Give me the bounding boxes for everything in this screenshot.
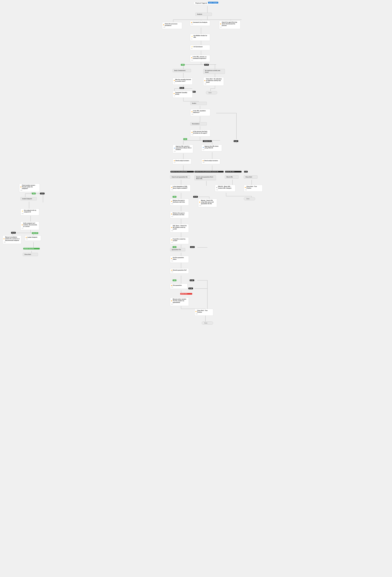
close-alert-1-label: Close Alert (245, 176, 252, 178)
close-alert-tp-2-id: #28 (196, 313, 197, 315)
else-badge-file-quarantine: ELSE (188, 288, 193, 289)
manual-action-needed-id: #27 (171, 303, 173, 305)
file-quarantine-node: ▶ File quarantine #29 (170, 284, 188, 289)
terminate-causality-title: Terminate Causality (CGO): (175, 92, 192, 95)
should-quarantine-node: ◆ Should quarantine file? #26 (170, 268, 189, 274)
is-url-malicious-node: ◆ Is the URL reputation malicious? #42 (190, 109, 210, 116)
else-badge-xql: ELSE (193, 196, 198, 198)
get-endpoint-id: #46 (22, 213, 24, 215)
done-3-node: Done (202, 322, 213, 325)
isolate-endpoint-2-title: Isolate Endpoint (28, 236, 37, 238)
isolate-endpoint-2-id: #51 (26, 238, 28, 240)
retrieve-end-id: #42 (171, 216, 173, 217)
get-file-quarantine-title: Get file quarantine status (173, 257, 188, 260)
yes-badge-quarantine: YES (173, 280, 176, 281)
approve-xql-node: ☁ Approve XQL search & quarantine & Bloc… (173, 144, 193, 153)
is-url-suspicious-id: #11 (191, 60, 193, 61)
is-process-terminated-title: Is the process has been terminate by the… (193, 131, 209, 134)
isolate-endpoint-section: Isolate Endpoint (21, 197, 37, 200)
check-analyst-isolate-icon: ◆ (20, 186, 21, 188)
manual-remediation-title: Manual remediation actions for a server … (5, 236, 20, 241)
found-file-node: ◆ Found file created by cerUtil? #21 (170, 237, 189, 244)
workflow-canvas: Playbook Triggered Inputs / Outputs Anal… (0, 0, 392, 577)
search-quarantine-file-label: Search and quarantine file (172, 176, 188, 178)
done-2-label: Done (246, 198, 250, 200)
done-3-label: Done (204, 322, 207, 324)
url-enrichment-id: #4 (191, 48, 193, 49)
get-endpoint-info-node: ⚡ Get endpoint info by endpoint ID #46 (21, 209, 39, 216)
is-url-malicious-id: #42 (192, 113, 193, 115)
else-badge-causality: ELSE (180, 87, 184, 89)
else-badge-quarantine: ELSE (190, 280, 194, 281)
close-alert-nm-id: #44 (204, 83, 206, 85)
search-agent-node: ▶ Search for agent file drop alerts that… (219, 21, 240, 29)
is-xql-available-id: #19 (171, 189, 173, 191)
remediation-section: Remediation (190, 122, 207, 125)
check-processes-title: Check the processes prevalence (165, 23, 181, 26)
get-file-quarantine-icon: ▶ (171, 257, 172, 259)
yes-badge-isolate: YES (32, 193, 36, 194)
yes-badge-1: YES (181, 64, 185, 66)
terminate-causality-id: #7 (174, 95, 175, 97)
was-causality-node: ◆ Was the causality blocked by another a… (173, 78, 193, 85)
verify-endpoint-node: ◆ Verify endpoint isn't isolated, discon… (21, 221, 39, 230)
check-analyst-isolate-title: Check analyst answer - Should isolate th… (22, 184, 38, 189)
close-alert-tp-1-id: #11 (245, 189, 247, 191)
check-analyst-isolate-id: #60 (20, 190, 22, 191)
xql-search-id: #19 (171, 230, 173, 232)
was-causality-icon: ◆ (174, 79, 175, 81)
check-processes-node: ▶ Check the processes prevalence #48 (162, 22, 182, 29)
search-agent-id: #2 (220, 27, 222, 28)
else-badge-found-file: ELSE (190, 246, 195, 248)
close-alert-no-malicious-node: ▶ Close Alert - No indication of malicio… (203, 77, 224, 86)
get-file-quarantine-status-node: ▶ Get file quarantine status #31 (170, 256, 189, 263)
should-quarantine-id: #26 (171, 271, 173, 273)
cmd-analysis-id: #51 (191, 23, 193, 25)
close-alert-nm-icon: ▶ (204, 80, 205, 81)
check-analyst-2-node: ◆ Check analyst answers #38 (201, 159, 220, 164)
approve-xql-id: #15 (174, 151, 176, 152)
done-2-node: Done (244, 197, 255, 200)
check-analyst-2-id: #38 (203, 162, 204, 163)
url-enrichment-icon: ⚡ (191, 46, 193, 48)
xql-search-node: ▶ XQL Query - Search for file creation e… (170, 224, 189, 232)
block-url-label-el: Block URL (227, 176, 233, 178)
search-agent-title: Search for agent file drop alerts that b… (222, 21, 239, 26)
pan-os-block-node: ▲ PAN-OS - Block URL - Custom URL Catego… (215, 185, 235, 192)
check-processes-id: #48 (163, 27, 165, 28)
url-enrichment-title: Url Enrichment (194, 46, 203, 48)
is-url-malicious-title: Is the URL reputation malicious? (193, 110, 209, 113)
is-url-malicious-icon: ◆ (192, 111, 193, 112)
is-process-terminated-node: ◆ Is the process has been terminate by t… (190, 130, 210, 137)
retrieve-start-icon: ▶ (171, 200, 172, 202)
terminate-causality-node: ▶ Terminate Causality (CGO): #7 (173, 91, 193, 98)
should-quarantine-icon: ◆ (171, 269, 172, 271)
approve-url-block-icon: ☁ (203, 146, 204, 148)
approve-xql-title: Approve XQL search & quarantine & Block … (176, 145, 192, 150)
manual-search-title: Manual - Search file using XQL query and… (201, 200, 216, 205)
verify-endpoint-icon: ◆ (22, 224, 23, 226)
search-quarantine-file-section: Search and quarantine file (170, 176, 190, 179)
approve-url-block-node: ☁ Approve the URL block using PAN-OS #17 (201, 144, 222, 151)
else-badge-1: ELSE (204, 64, 209, 66)
already-isolated-badge: ALREADY ISOLATED (23, 248, 40, 250)
no-malicious-label: No malicious activity was found (205, 70, 223, 73)
wildfire-url-node: ⚡ Get Wildfire Verdict for URL #1 (190, 34, 210, 41)
verify-endpoint-id: #47 (22, 228, 24, 229)
check-analyst-2-icon: ◆ (203, 160, 204, 161)
check-analyst-1-icon: ◆ (174, 160, 175, 161)
is-xql-available-icon: ◆ (171, 186, 172, 188)
close-alert-nm-title: Close Alert - No indication of malicious… (206, 78, 223, 83)
close-alert-tp-2-icon: ▶ (196, 310, 197, 312)
connector-lines (0, 0, 392, 577)
cmd-analysis-node: ▶ Command Line Analysis #51 (190, 21, 210, 26)
retrieve-start-id: #19 (171, 203, 173, 205)
close-alert-tp-1-icon: ▶ (245, 186, 246, 188)
retrieve-end-title: Retrieve the query's timeframe end time (173, 212, 188, 216)
cmd-analysis-icon: ▶ (191, 21, 192, 23)
get-endpoint-title: Get endpoint info by endpoint ID (24, 210, 38, 213)
close-alert-2-section: Close Alert (23, 253, 38, 256)
wildfire-title: Get Wildfire Verdict for URL (194, 35, 209, 38)
is-xql-available-title: Is the integration of XQL Query Engine a… (173, 186, 189, 189)
done-1-label: Done (208, 92, 212, 94)
